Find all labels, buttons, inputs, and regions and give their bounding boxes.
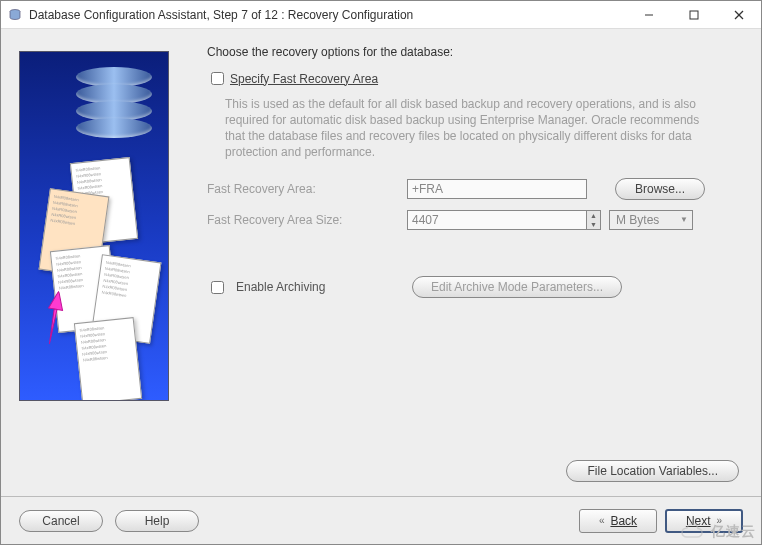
edit-archive-params-button[interactable]: Edit Archive Mode Parameters... xyxy=(412,276,622,298)
cancel-button[interactable]: Cancel xyxy=(19,510,103,532)
fra-description: This is used as the default for all disk… xyxy=(225,96,721,160)
size-spinner[interactable]: ▲ ▼ xyxy=(587,210,601,230)
enable-archiving-checkbox[interactable] xyxy=(211,281,224,294)
page-header: Choose the recovery options for the data… xyxy=(207,45,743,59)
fra-path-input[interactable] xyxy=(407,179,587,199)
chevron-left-icon: « xyxy=(599,515,605,526)
specify-fra-row: Specify Fast Recovery Area xyxy=(207,69,743,88)
size-unit-value: M Bytes xyxy=(616,213,659,227)
spinner-down-icon[interactable]: ▼ xyxy=(587,220,600,229)
enable-archiving-row: Enable Archiving Edit Archive Mode Param… xyxy=(207,276,743,298)
specify-fra-checkbox[interactable] xyxy=(211,72,224,85)
wizard-footer: Cancel Help « Back Next » xyxy=(1,496,761,544)
next-label: Next xyxy=(686,514,711,528)
back-label: Back xyxy=(610,514,637,528)
document-icon: N4xR08wtsen N4xR08wtsen N4xR08wtsen N4xR… xyxy=(74,317,142,401)
titlebar: Database Configuration Assistant, Step 7… xyxy=(1,1,761,29)
window-controls xyxy=(626,1,761,28)
fra-size-input[interactable] xyxy=(407,210,587,230)
fra-path-row: Fast Recovery Area: Browse... xyxy=(207,178,743,200)
enable-archiving-label: Enable Archiving xyxy=(236,280,412,294)
maximize-button[interactable] xyxy=(671,1,716,28)
spinner-up-icon[interactable]: ▲ xyxy=(587,211,600,220)
size-unit-select[interactable]: M Bytes xyxy=(609,210,693,230)
fra-path-label: Fast Recovery Area: xyxy=(207,182,407,196)
main-area: N4xR08wtsen N4xR08wtsen N4xR08wtsen N4xR… xyxy=(1,29,761,496)
browse-button[interactable]: Browse... xyxy=(615,178,705,200)
fra-size-row: Fast Recovery Area Size: ▲ ▼ M Bytes xyxy=(207,210,743,230)
content-pane: Choose the recovery options for the data… xyxy=(169,41,743,490)
specify-fra-label: Specify Fast Recovery Area xyxy=(230,72,378,86)
fra-size-label: Fast Recovery Area Size: xyxy=(207,213,407,227)
app-icon xyxy=(7,7,23,23)
help-button[interactable]: Help xyxy=(115,510,199,532)
next-button[interactable]: Next » xyxy=(665,509,743,533)
file-location-variables-button[interactable]: File Location Variables... xyxy=(566,460,739,482)
minimize-button[interactable] xyxy=(626,1,671,28)
chevron-right-icon: » xyxy=(717,515,723,526)
back-button[interactable]: « Back xyxy=(579,509,657,533)
window-frame: Database Configuration Assistant, Step 7… xyxy=(0,0,762,545)
window-title: Database Configuration Assistant, Step 7… xyxy=(29,8,626,22)
wizard-side-image: N4xR08wtsen N4xR08wtsen N4xR08wtsen N4xR… xyxy=(19,51,169,401)
database-icon xyxy=(76,70,152,142)
close-button[interactable] xyxy=(716,1,761,28)
svg-rect-2 xyxy=(690,11,698,19)
